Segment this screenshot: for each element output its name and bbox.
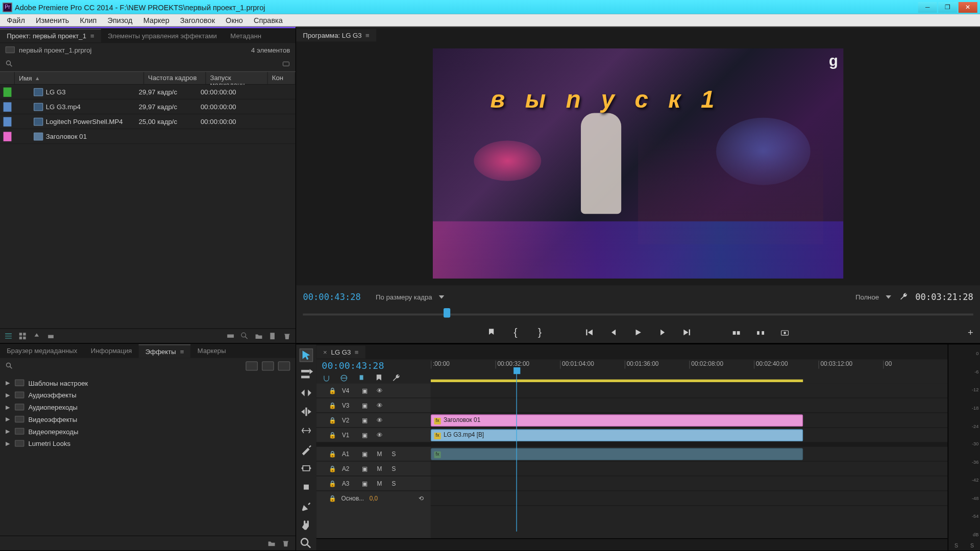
- new-bin-icon[interactable]: [254, 332, 263, 340]
- extract-button[interactable]: [754, 327, 767, 339]
- tab-project[interactable]: Проект: первый проект_1≡: [0, 29, 101, 42]
- solo-left[interactable]: S: [954, 543, 958, 549]
- quality-select[interactable]: Полное: [855, 293, 891, 300]
- program-scrubber[interactable]: [303, 308, 973, 321]
- linked-selection-icon[interactable]: [339, 373, 349, 383]
- menu-title[interactable]: Заголовок: [175, 15, 220, 26]
- tab-markers[interactable]: Маркеры: [191, 344, 233, 357]
- button-editor-icon[interactable]: +: [968, 327, 973, 338]
- mute-icon[interactable]: M: [377, 450, 385, 457]
- project-item[interactable]: LG G3.mp4 29,97 кадр/с 00:00:00:00: [0, 99, 296, 114]
- master-track-header[interactable]: 🔒Основ...0,0⟲: [316, 491, 431, 506]
- mute-icon[interactable]: M: [377, 480, 385, 487]
- snap-icon[interactable]: [322, 373, 331, 383]
- effects-folder[interactable]: ▶Шаблоны настроек: [0, 377, 296, 389]
- zoom-tool[interactable]: [300, 537, 313, 550]
- eye-icon[interactable]: 👁: [377, 417, 385, 423]
- toggle-output-icon[interactable]: ▣: [362, 480, 370, 487]
- audio-track-header[interactable]: 🔒A3▣MS: [316, 477, 431, 491]
- audio-track-header[interactable]: 🔒A1▣MS: [316, 447, 431, 462]
- find-icon[interactable]: [240, 332, 249, 340]
- lock-icon[interactable]: 🔒: [329, 495, 336, 502]
- menu-clip[interactable]: Клип: [75, 15, 102, 26]
- panel-menu-icon[interactable]: ≡: [365, 31, 370, 39]
- new-bin-icon[interactable]: [267, 539, 276, 547]
- solo-icon[interactable]: S: [391, 480, 400, 487]
- eye-icon[interactable]: 👁: [377, 432, 385, 438]
- timeline-zoom-scroll[interactable]: [316, 538, 948, 550]
- 32bit-badge-icon[interactable]: [262, 361, 274, 370]
- settings-icon[interactable]: [391, 373, 401, 383]
- video-preview[interactable]: в ы п у с к 1 g: [433, 48, 843, 279]
- step-forward-button[interactable]: [656, 327, 669, 339]
- col-start[interactable]: Запуск медиаданн: [206, 72, 268, 84]
- maximize-button[interactable]: ❐: [938, 2, 957, 12]
- panel-menu-icon[interactable]: ≡: [90, 32, 94, 40]
- effects-folder[interactable]: ▶Видеопереходы: [0, 425, 296, 437]
- ripple-edit-tool[interactable]: [300, 386, 313, 399]
- lock-icon[interactable]: 🔒: [329, 387, 335, 394]
- solo-icon[interactable]: S: [391, 450, 400, 457]
- export-frame-button[interactable]: [779, 327, 791, 339]
- work-area-bar[interactable]: [431, 380, 803, 382]
- find-filter-icon[interactable]: [282, 60, 290, 68]
- slide-tool[interactable]: [300, 481, 313, 494]
- effects-folder[interactable]: ▶Аудиопереходы: [0, 401, 296, 413]
- menu-sequence[interactable]: Эпизод: [102, 15, 138, 26]
- track-select-tool[interactable]: [300, 367, 313, 381]
- menu-help[interactable]: Справка: [248, 15, 288, 26]
- toggle-output-icon[interactable]: ▣: [362, 402, 370, 409]
- toggle-output-icon[interactable]: ▣: [362, 450, 370, 457]
- in-point-button[interactable]: {: [509, 327, 522, 339]
- lock-icon[interactable]: 🔒: [329, 432, 335, 438]
- go-to-out-button[interactable]: [680, 327, 693, 339]
- video-track-header[interactable]: 🔒V4▣👁: [316, 384, 431, 398]
- tab-info[interactable]: Информация: [84, 344, 139, 357]
- list-view-icon[interactable]: [4, 332, 13, 340]
- close-tab-icon[interactable]: ×: [323, 348, 327, 356]
- project-item[interactable]: Заголовок 01: [0, 129, 296, 144]
- effects-folder[interactable]: ▶Видеоэффекты: [0, 413, 296, 425]
- sort-icon[interactable]: [32, 332, 41, 340]
- timeline-timecode[interactable]: 00:00:43:28: [322, 360, 425, 370]
- minimize-button[interactable]: ─: [918, 2, 937, 12]
- solo-right[interactable]: S: [970, 543, 974, 549]
- tab-effects[interactable]: Эффекты≡: [139, 344, 191, 358]
- freeform-icon[interactable]: [46, 332, 55, 340]
- playhead-icon[interactable]: [444, 308, 450, 317]
- go-to-in-button[interactable]: [583, 327, 596, 339]
- new-item-icon[interactable]: [268, 332, 277, 340]
- toggle-output-icon[interactable]: ▣: [362, 387, 370, 394]
- menu-file[interactable]: Файл: [2, 15, 31, 26]
- project-item[interactable]: LG G3 29,97 кадр/с 00:00:00:00: [0, 85, 296, 99]
- marker-button[interactable]: [485, 327, 498, 339]
- hand-tool[interactable]: [300, 518, 313, 531]
- lock-icon[interactable]: 🔒: [329, 402, 335, 409]
- lock-icon[interactable]: 🔒: [329, 480, 335, 487]
- menu-edit[interactable]: Изменить: [30, 15, 75, 26]
- effects-folder[interactable]: ▶Аудиоэффекты: [0, 389, 296, 401]
- search-icon[interactable]: [6, 60, 14, 68]
- automate-icon[interactable]: [226, 332, 235, 340]
- pen-tool[interactable]: [300, 499, 313, 512]
- timeline-ruler[interactable]: :00:00 00:00:32:00 00:01:04:00 00:01:36:…: [431, 359, 948, 383]
- toggle-output-icon[interactable]: ▣: [362, 417, 370, 423]
- loop-icon[interactable]: ⟲: [419, 495, 424, 502]
- out-point-button[interactable]: }: [534, 327, 546, 339]
- trash-icon[interactable]: [283, 332, 291, 340]
- sequence-tab[interactable]: ×LG G3 ≡: [316, 345, 365, 358]
- tab-metadata[interactable]: Метаданн: [224, 29, 268, 42]
- video-track-header[interactable]: 🔒V1▣👁: [316, 428, 431, 443]
- video-clip[interactable]: fxLG G3.mp4 [В]: [431, 429, 803, 441]
- solo-icon[interactable]: S: [391, 465, 400, 472]
- marker-icon[interactable]: [374, 373, 383, 383]
- col-end[interactable]: Кон: [268, 72, 296, 84]
- track-content[interactable]: fxЗаголовок 01 fxLG G3.mp4 [В] fx: [431, 384, 948, 538]
- mute-icon[interactable]: M: [377, 465, 385, 472]
- rate-stretch-tool[interactable]: [300, 424, 313, 437]
- title-clip[interactable]: fxЗаголовок 01: [431, 414, 803, 427]
- icon-view-icon[interactable]: [18, 332, 27, 340]
- lock-icon[interactable]: 🔒: [329, 417, 335, 423]
- play-button[interactable]: [632, 327, 644, 339]
- project-item[interactable]: Logitech PowerShell.MP4 25,00 кадр/с 00:…: [0, 114, 296, 129]
